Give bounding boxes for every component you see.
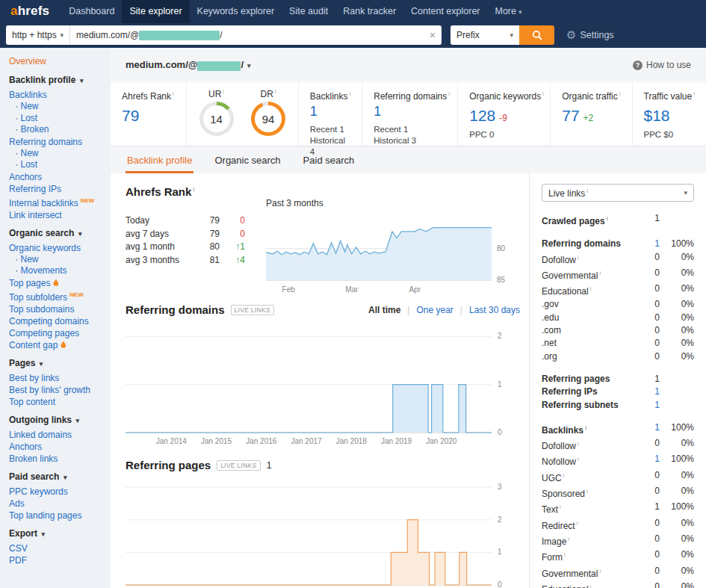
sidebar-item-linked-domains[interactable]: Linked domains xyxy=(9,429,106,441)
sidebar-item-referring-ips[interactable]: Referring IPs xyxy=(9,183,106,195)
sidebar-item-top-pages[interactable]: Top pages xyxy=(9,277,106,289)
metric-backlinks: Backlinksi 1 Recent 1Historical 4 xyxy=(298,82,362,146)
sidebar-item-competing-domains[interactable]: Competing domains xyxy=(9,315,106,327)
info-icon: i xyxy=(563,472,565,479)
live-links-filter[interactable]: Live linksi ▾ xyxy=(542,184,694,202)
ahrefs-logo[interactable]: ahrefs xyxy=(10,4,49,19)
metric-label: DRi xyxy=(250,88,287,99)
sidebar-item-competing-pages[interactable]: Competing pages xyxy=(9,327,106,339)
nav-item-site-audit[interactable]: Site audit xyxy=(282,0,335,23)
tab-backlink-profile[interactable]: Backlink profile xyxy=(126,149,193,173)
range-one-year[interactable]: One year xyxy=(416,305,453,315)
stats-row-count[interactable]: 1 xyxy=(634,238,660,250)
sidebar-item-top-content[interactable]: Top content xyxy=(9,396,106,408)
stats-row-referring-ips: Referring IPs1 xyxy=(542,386,694,398)
sidebar-section-paid-search[interactable]: Paid search ▾ xyxy=(9,471,106,483)
metric-value: 128-9 xyxy=(469,107,539,125)
section-count: 1 xyxy=(267,459,272,471)
sidebar-item-csv[interactable]: CSV xyxy=(9,542,106,554)
sidebar-item-broken-links[interactable]: Broken links xyxy=(9,453,106,465)
sidebar-section-pages[interactable]: Pages ▾ xyxy=(9,357,106,370)
tab-paid-search[interactable]: Paid search xyxy=(302,149,356,173)
stats-row-pct xyxy=(660,212,694,228)
sidebar-section-organic-search[interactable]: Organic search ▾ xyxy=(9,227,106,240)
sidebar-item-anchors[interactable]: Anchors xyxy=(9,171,106,183)
range-all-time[interactable]: All time xyxy=(368,305,400,315)
stats-row-label: Formi xyxy=(542,548,634,564)
sidebar-item-content-gap[interactable]: Content gap xyxy=(9,339,106,351)
sidebar-item-new[interactable]: ▪New xyxy=(9,148,106,160)
stats-row-pct: 0% xyxy=(660,337,694,350)
sidebar-item-top-subdomains[interactable]: Top subdomains xyxy=(9,303,106,315)
target-url-input[interactable]: medium.com/@/ × xyxy=(70,25,442,45)
separator: | xyxy=(407,305,409,315)
new-badge: NEW xyxy=(69,291,84,298)
redacted-username xyxy=(139,31,220,40)
sidebar-item-new[interactable]: ▪New xyxy=(9,101,106,113)
sidebar-item-overview[interactable]: Overview xyxy=(9,55,106,68)
nav-item-keywords-explorer[interactable]: Keywords explorer xyxy=(190,0,282,23)
scope-select[interactable]: Prefix ▾ xyxy=(450,25,519,45)
stats-row-count[interactable]: 1 xyxy=(634,399,660,412)
rank-row-value: 81 xyxy=(194,254,220,267)
sidebar-item-new[interactable]: ▪New xyxy=(9,254,106,266)
nav-item-site-explorer[interactable]: Site explorer xyxy=(122,0,189,23)
how-to-use-link[interactable]: ? How to use xyxy=(633,60,691,70)
bullet-icon: ▪ xyxy=(16,127,17,132)
nav-item-more[interactable]: More▾ xyxy=(488,0,530,23)
stats-row-label: Educationali xyxy=(542,581,634,588)
sidebar-item-best-by-links[interactable]: Best by links xyxy=(9,372,106,384)
sidebar-item-anchors[interactable]: Anchors xyxy=(9,441,106,453)
sidebar-item-ppc-keywords[interactable]: PPC keywords xyxy=(9,486,106,498)
sidebar-item-best-by-links-growth[interactable]: Best by links' growth xyxy=(9,384,106,396)
protocol-select[interactable]: http + https ▾ xyxy=(6,25,70,45)
tab-organic-search[interactable]: Organic search xyxy=(213,149,282,173)
sidebar-item-backlinks[interactable]: Backlinks xyxy=(9,89,106,101)
live-links-badge: LIVE LINKS xyxy=(217,460,260,471)
sidebar-item-movements[interactable]: ▪Movements xyxy=(9,265,106,277)
info-icon: i xyxy=(578,254,579,261)
search-button[interactable] xyxy=(519,25,554,45)
stats-row-pct: 0% xyxy=(660,533,694,548)
sidebar-item-lost[interactable]: ▪Lost xyxy=(9,113,106,125)
clear-input-icon[interactable]: × xyxy=(430,29,436,41)
sidebar-section-export[interactable]: Export ▾ xyxy=(9,527,106,540)
sidebar-item-broken[interactable]: ▪Broken xyxy=(9,124,106,136)
live-links-badge: LIVE LINKS xyxy=(231,305,274,315)
svg-text:Jan 2020: Jan 2020 xyxy=(426,437,457,445)
stats-row-text: Texti1100% xyxy=(542,501,694,516)
sidebar-item-organic-keywords[interactable]: Organic keywords xyxy=(9,242,106,254)
sidebar-item-ads[interactable]: Ads xyxy=(9,498,106,510)
nav-item-rank-tracker[interactable]: Rank tracker xyxy=(335,0,403,23)
sidebar-item-pdf[interactable]: PDF xyxy=(9,554,106,566)
sidebar-section-backlink-profile[interactable]: Backlink profile ▾ xyxy=(9,74,106,87)
sidebar-item-internal-backlinks[interactable]: Internal backlinksNEW xyxy=(9,195,106,209)
range-last-30-days[interactable]: Last 30 days xyxy=(469,305,520,315)
nav-item-content-explorer[interactable]: Content explorer xyxy=(403,0,487,23)
metric-sub: PPC $0 xyxy=(644,129,695,140)
stats-row-pct: 0% xyxy=(660,469,694,485)
stats-row-count[interactable]: 1 xyxy=(634,386,660,398)
sidebar-item-top-landing-pages[interactable]: Top landing pages xyxy=(9,510,106,522)
settings-button[interactable]: ⚙ Settings xyxy=(566,28,614,42)
sidebar-item-referring-domains[interactable]: Referring domains xyxy=(9,136,106,148)
nav-items: DashboardSite explorerKeywords explorerS… xyxy=(61,0,529,23)
stats-row-count[interactable]: 1 xyxy=(634,453,660,468)
stats-row-count: 0 xyxy=(634,324,660,337)
nav-item-dashboard[interactable]: Dashboard xyxy=(61,0,122,23)
sidebar-item-link-intersect[interactable]: Link intersect xyxy=(9,209,106,221)
stats-group: Crawled pagesi1 xyxy=(542,212,694,228)
info-icon: i xyxy=(607,215,608,222)
chevron-down-icon: ▾ xyxy=(247,62,251,69)
stats-row-edu: .edu00% xyxy=(542,312,694,324)
question-icon: ? xyxy=(633,61,642,70)
rank-table-row: avg 1 month80↑1 xyxy=(126,241,260,254)
stats-row-label: Backlinksi xyxy=(542,421,634,437)
stats-row-count[interactable]: 1 xyxy=(634,421,660,437)
rank-row-value: 80 xyxy=(194,241,220,254)
target-dropdown[interactable]: medium.com/@/▾ xyxy=(126,59,251,70)
sidebar-section-outgoing-links[interactable]: Outgoing links ▾ xyxy=(9,414,106,427)
sidebar-item-top-subfolders[interactable]: Top subfoldersNEW xyxy=(9,289,106,303)
sidebar-item-lost[interactable]: ▪Lost xyxy=(9,159,106,171)
metric-delta: +2 xyxy=(583,113,594,123)
